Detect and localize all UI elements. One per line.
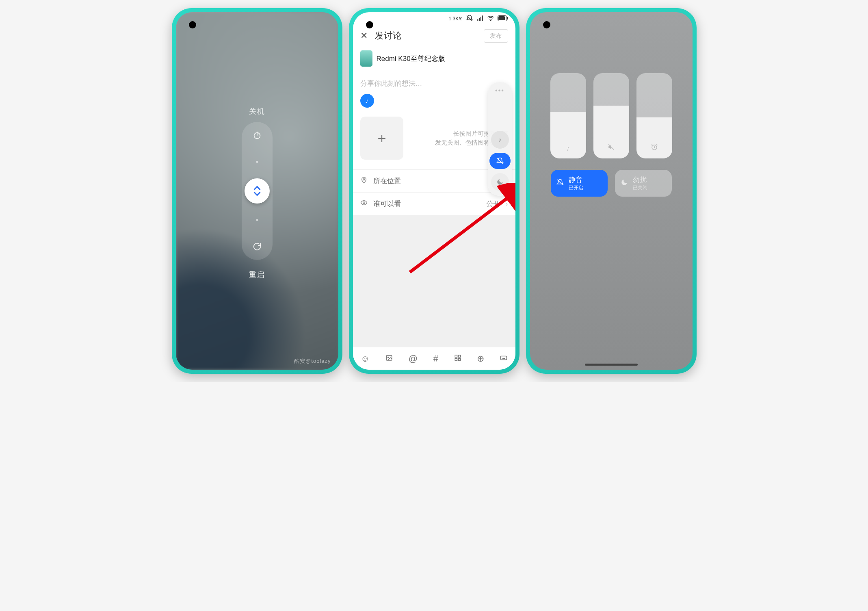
svg-rect-5 [480,17,481,21]
visibility-label: 谁可以看 [373,199,401,208]
editor-header: ✕ 发讨论 发布 [353,25,515,46]
status-bar: 1.3K/s [353,12,515,25]
screen-post-editor: 1.3K/s ✕ 发讨论 发布 Redmi K30至尊纪念版 分享你此刻的想法… [353,12,515,370]
dot-indicator [256,161,258,163]
sound-mode-toggles: 静音 已开启 勿扰 已关闭 [551,170,672,197]
mute-icon [556,179,564,188]
add-icon[interactable]: ⊕ [477,353,484,364]
wifi-icon [487,15,494,23]
visibility-row[interactable]: 谁可以看 公开 › [353,192,515,215]
media-volume-icon[interactable]: ♪ [491,131,509,149]
phone-frame-volume-panel: ♪ 静音 已开启 [526,8,697,374]
network-speed: 1.3K/s [448,16,462,22]
power-off-icon[interactable] [250,128,264,142]
svg-point-7 [490,20,491,21]
dnd-icon [466,15,473,23]
camera-punchhole [366,21,373,28]
phone-frame-post-editor: 1.3K/s ✕ 发讨论 发布 Redmi K30至尊纪念版 分享你此刻的想法… [349,8,520,374]
svg-rect-6 [482,15,483,21]
screen-power-menu: 关机 重启 酷安@toolazy [176,12,338,370]
moon-icon [621,179,628,188]
alarm-volume-slider[interactable] [636,73,672,158]
restart-icon[interactable] [250,240,264,254]
svg-point-14 [388,357,389,358]
volume-sliders: ♪ [550,73,672,158]
close-icon[interactable]: ✕ [360,30,368,41]
svg-rect-18 [458,358,460,360]
svg-rect-3 [477,19,478,21]
music-attachment-icon[interactable]: ♪ [360,94,374,108]
mute-icon [608,143,615,153]
svg-rect-17 [455,358,457,360]
volume-overlay[interactable]: ••• ♪ [488,82,512,196]
signal-icon [476,15,484,23]
dnd-status: 已关闭 [633,184,647,191]
svg-rect-16 [458,355,460,357]
emoji-icon[interactable]: ☺ [361,353,370,364]
svg-rect-15 [455,355,457,357]
svg-rect-4 [479,18,480,21]
location-icon [360,176,368,186]
image-icon[interactable] [385,353,393,364]
svg-rect-10 [498,16,505,20]
dot-indicator [256,219,258,221]
mute-toggle[interactable] [489,153,511,169]
slider-handle[interactable] [245,178,270,204]
gesture-nav-bar[interactable] [585,364,638,366]
svg-point-11 [363,179,365,180]
restart-label: 重启 [249,270,265,280]
publish-button[interactable]: 发布 [484,29,508,43]
battery-icon [498,15,508,22]
apps-icon[interactable] [454,353,461,364]
device-thumbnail [360,50,372,67]
svg-rect-19 [501,356,507,360]
editor-toolbar: ☺ @ # ⊕ [353,347,515,370]
media-volume-slider[interactable]: ♪ [550,73,586,158]
device-tag[interactable]: Redmi K30至尊纪念版 [353,46,515,68]
hashtag-icon[interactable]: # [433,353,438,364]
empty-area [353,215,515,347]
add-image-button[interactable]: ＋ [360,117,403,160]
visibility-value: 公开 [486,199,500,208]
page-title: 发讨论 [375,30,476,42]
svg-rect-9 [507,17,508,20]
ring-volume-slider[interactable] [593,73,629,158]
mute-mode-toggle[interactable]: 静音 已开启 [551,170,608,197]
visibility-icon [360,199,368,208]
more-icon[interactable]: ••• [495,87,504,94]
watermark: 酷安@toolazy [294,358,331,365]
keyboard-icon[interactable] [500,353,507,364]
music-icon: ♪ [566,144,570,153]
dnd-toggle[interactable] [491,173,509,191]
power-off-label: 关机 [249,106,265,116]
chevron-right-icon: › [506,200,508,208]
mute-title: 静音 [569,175,583,184]
mention-icon[interactable]: @ [409,353,418,364]
power-slider-track[interactable] [242,122,273,260]
device-name: Redmi K30至尊纪念版 [377,54,445,63]
dnd-mode-toggle[interactable]: 勿扰 已关闭 [615,170,672,197]
camera-punchhole [189,21,196,28]
camera-punchhole [543,21,550,28]
location-label: 所在位置 [373,176,401,186]
screen-volume-panel: ♪ 静音 已开启 [530,12,693,370]
mute-status: 已开启 [569,184,583,191]
svg-point-12 [363,202,365,204]
dnd-title: 勿扰 [633,175,647,184]
alarm-icon [651,143,658,153]
phone-frame-power-menu: 关机 重启 酷安@toolazy [172,8,342,374]
